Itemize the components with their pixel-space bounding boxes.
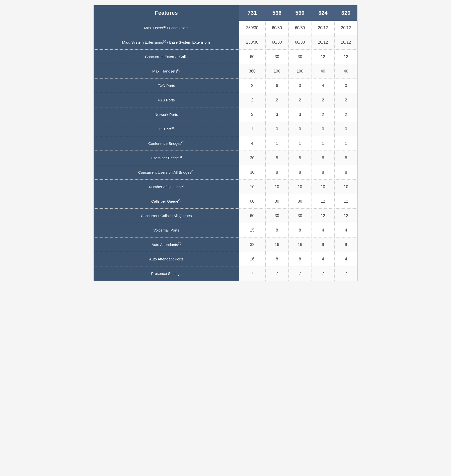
feature-value: 8 — [265, 223, 288, 238]
feature-value: 30 — [265, 194, 288, 209]
feature-value: 16 — [239, 252, 265, 266]
feature-label: Auto Attendant Ports — [94, 252, 239, 266]
feature-value: 4 — [311, 252, 334, 266]
feature-value: 8 — [289, 165, 311, 180]
feature-value: 15 — [239, 223, 265, 238]
feature-value: 3 — [289, 107, 311, 122]
feature-value: 2 — [311, 107, 334, 122]
feature-value: 2 — [334, 107, 357, 122]
feature-label: Conference Bridges(1) — [94, 136, 239, 151]
feature-value: 60/30 — [265, 21, 288, 35]
feature-value: 16 — [265, 238, 288, 252]
feature-value: 360 — [239, 64, 265, 79]
feature-value: 30 — [289, 50, 311, 64]
feature-value: 0 — [334, 79, 357, 93]
feature-value: 7 — [311, 266, 334, 281]
table-row: Concurrent Users on All Bridges(1)308888 — [94, 165, 357, 180]
feature-value: 0 — [311, 122, 334, 136]
feature-value: 4 — [239, 136, 265, 151]
feature-value: 8 — [311, 165, 334, 180]
header-row: Features 731 536 530 324 320 — [94, 5, 357, 21]
table-row: Calls per Queue(1)6030301212 — [94, 194, 357, 209]
feature-value: 10 — [239, 180, 265, 194]
table-row: Voicemail Ports158844 — [94, 223, 357, 238]
feature-value: 12 — [311, 194, 334, 209]
feature-value: 0 — [289, 79, 311, 93]
feature-value: 20/12 — [334, 21, 357, 35]
feature-value: 250/30 — [239, 21, 265, 35]
feature-value: 7 — [334, 266, 357, 281]
table-row: Max. System Extensions(2) / Base System … — [94, 35, 357, 50]
feature-value: 0 — [334, 122, 357, 136]
col-header-536: 536 — [265, 5, 288, 21]
table-row: Presence Settings77777 — [94, 266, 357, 281]
feature-label: FXS Ports — [94, 93, 239, 107]
feature-value: 250/30 — [239, 35, 265, 50]
feature-label: FXO Ports — [94, 79, 239, 93]
feature-value: 7 — [239, 266, 265, 281]
feature-value: 30 — [239, 151, 265, 165]
feature-value: 60/30 — [289, 21, 311, 35]
feature-value: 60/30 — [265, 35, 288, 50]
table-row: Network Ports33322 — [94, 107, 357, 122]
feature-value: 8 — [265, 165, 288, 180]
feature-label: Concurrent Users on All Bridges(1) — [94, 165, 239, 180]
feature-value: 8 — [311, 151, 334, 165]
feature-value: 4 — [334, 223, 357, 238]
feature-value: 8 — [265, 151, 288, 165]
feature-value: 16 — [289, 238, 311, 252]
feature-value: 1 — [239, 122, 265, 136]
feature-value: 12 — [334, 50, 357, 64]
feature-label: Max. Handsets(3) — [94, 64, 239, 79]
feature-value: 60 — [239, 209, 265, 223]
feature-label: Calls per Queue(1) — [94, 194, 239, 209]
feature-value: 10 — [334, 180, 357, 194]
feature-value: 6 — [265, 79, 288, 93]
feature-label: Concurrent Calls in All Queues — [94, 209, 239, 223]
feature-label: Number of Queues(1) — [94, 180, 239, 194]
feature-value: 20/12 — [311, 35, 334, 50]
feature-value: 2 — [239, 79, 265, 93]
feature-value: 8 — [334, 151, 357, 165]
feature-value: 2 — [239, 93, 265, 107]
feature-value: 2 — [289, 93, 311, 107]
feature-value: 1 — [311, 136, 334, 151]
feature-value: 30 — [289, 194, 311, 209]
feature-value: 100 — [265, 64, 288, 79]
feature-label: Presence Settings — [94, 266, 239, 281]
feature-value: 1 — [334, 136, 357, 151]
feature-label: Max. System Extensions(2) / Base System … — [94, 35, 239, 50]
col-header-731: 731 — [239, 5, 265, 21]
feature-value: 20/12 — [334, 35, 357, 50]
table-row: Concurrent Calls in All Queues6030301212 — [94, 209, 357, 223]
feature-label: Auto Attendants(4) — [94, 238, 239, 252]
feature-label: Network Ports — [94, 107, 239, 122]
feature-value: 3 — [265, 107, 288, 122]
feature-value: 1 — [289, 136, 311, 151]
feature-value: 30 — [239, 165, 265, 180]
feature-value: 2 — [311, 93, 334, 107]
feature-value: 7 — [265, 266, 288, 281]
feature-value: 8 — [265, 252, 288, 266]
feature-value: 20/12 — [311, 21, 334, 35]
features-header: Features — [94, 5, 239, 21]
feature-value: 4 — [334, 252, 357, 266]
feature-value: 8 — [289, 223, 311, 238]
table-row: Max. Handsets(3)3601001004040 — [94, 64, 357, 79]
feature-value: 1 — [265, 136, 288, 151]
feature-value: 60/30 — [289, 35, 311, 50]
feature-value: 12 — [311, 209, 334, 223]
feature-value: 8 — [289, 252, 311, 266]
feature-value: 40 — [311, 64, 334, 79]
comparison-table: Features 731 536 530 324 320 Max. Users(… — [93, 5, 358, 281]
col-header-530: 530 — [289, 5, 311, 21]
feature-value: 4 — [311, 79, 334, 93]
feature-label: T1 Port(1) — [94, 122, 239, 136]
feature-value: 8 — [289, 151, 311, 165]
feature-label: Voicemail Ports — [94, 223, 239, 238]
feature-value: 12 — [334, 209, 357, 223]
feature-value: 32 — [239, 238, 265, 252]
feature-value: 12 — [311, 50, 334, 64]
feature-value: 60 — [239, 194, 265, 209]
feature-value: 100 — [289, 64, 311, 79]
